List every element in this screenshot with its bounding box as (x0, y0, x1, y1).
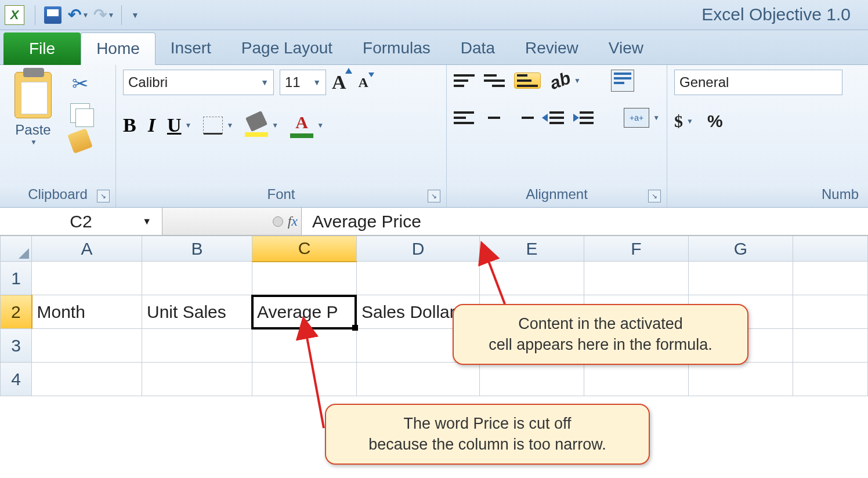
merge-center-button[interactable]: +a+ ▼ (624, 108, 660, 128)
orientation-button[interactable]: ab ▼ (550, 71, 581, 90)
dialog-launcher-icon[interactable]: ↘ (97, 190, 110, 202)
column-header-C[interactable]: C (252, 236, 357, 262)
cell-C2[interactable]: Average P (252, 295, 357, 329)
column-header-extra[interactable] (793, 236, 868, 262)
chevron-down-icon: ▼ (142, 216, 151, 227)
cell-G4[interactable] (689, 363, 793, 396)
ribbon: Paste ▼ ✂ Clipboard ↘ Calibri▼ 11▼ (0, 65, 868, 208)
chevron-down-icon[interactable]: ▼ (30, 138, 37, 146)
tab-view[interactable]: View (594, 32, 659, 64)
name-box[interactable]: C2 ▼ (0, 208, 162, 235)
merge-icon: +a+ (624, 108, 649, 128)
font-name-value: Calibri (128, 74, 168, 90)
chevron-down-icon: ▼ (226, 121, 233, 129)
grow-font-button[interactable]: A (332, 71, 346, 93)
font-color-icon: A (295, 113, 308, 132)
align-top-button[interactable] (454, 74, 475, 87)
chevron-down-icon: ▼ (131, 10, 139, 20)
insert-function-button[interactable]: fx (162, 208, 302, 235)
align-center-button[interactable] (483, 109, 504, 126)
fill-color-button[interactable]: ▼ (245, 114, 279, 137)
select-all-button[interactable] (1, 236, 32, 262)
group-label-text: Clipboard (28, 186, 88, 202)
increase-indent-button[interactable] (573, 109, 594, 126)
tab-file[interactable]: File (3, 32, 81, 65)
paste-icon[interactable] (15, 72, 52, 118)
copy-icon[interactable] (70, 103, 90, 123)
italic-button[interactable]: I (148, 114, 155, 136)
cell-A4[interactable] (32, 363, 142, 396)
cell-E4[interactable] (480, 363, 584, 396)
decrease-indent-button[interactable] (543, 109, 563, 126)
font-name-combo[interactable]: Calibri▼ (123, 70, 274, 95)
cell-G1[interactable] (689, 262, 793, 295)
undo-button[interactable]: ↶▼ (66, 3, 91, 27)
format-painter-icon[interactable] (67, 128, 93, 154)
cell-E1[interactable] (480, 262, 584, 295)
underline-icon: U (167, 114, 182, 136)
column-header-F[interactable]: F (584, 236, 689, 262)
align-left-button[interactable] (454, 109, 474, 126)
row-header-3[interactable]: 3 (1, 329, 32, 363)
percent-format-button[interactable]: % (707, 111, 723, 131)
group-label-clipboard: Clipboard ↘ (7, 184, 108, 205)
cell-B2[interactable]: Unit Sales (142, 295, 252, 329)
accounting-format-button[interactable]: $ ▼ (674, 111, 693, 131)
align-bottom-button[interactable] (514, 73, 541, 89)
tab-page-layout[interactable]: Page Layout (226, 32, 348, 64)
save-icon (44, 6, 62, 24)
cell-B4[interactable] (142, 363, 252, 396)
dialog-launcher-icon[interactable]: ↘ (648, 190, 661, 202)
tab-review[interactable]: Review (510, 32, 594, 64)
tab-home[interactable]: Home (81, 32, 155, 65)
cell-C3[interactable] (252, 329, 357, 363)
font-color-button[interactable]: A ▼ (290, 113, 324, 138)
align-middle-button[interactable] (484, 74, 505, 87)
tab-insert[interactable]: Insert (155, 32, 226, 64)
column-header-A[interactable]: A (32, 236, 142, 262)
underline-button[interactable]: U ▼ (167, 114, 191, 136)
row-header-2[interactable]: 2 (1, 295, 32, 329)
tab-data[interactable]: Data (446, 32, 510, 64)
cell-extra-1[interactable] (793, 262, 868, 295)
group-label-alignment: Alignment ↘ (454, 184, 660, 205)
cell-C4[interactable] (252, 363, 357, 396)
bold-button[interactable]: B (123, 114, 136, 136)
cell-A3[interactable] (32, 329, 142, 363)
column-header-G[interactable]: G (689, 236, 793, 262)
cell-extra-4[interactable] (793, 363, 868, 396)
cell-extra-2[interactable] (793, 295, 868, 329)
row-header-4[interactable]: 4 (1, 363, 32, 396)
column-header-D[interactable]: D (357, 236, 480, 262)
cut-icon[interactable]: ✂ (72, 72, 88, 95)
customize-qat-button[interactable]: ▼ (126, 3, 143, 27)
cell-A1[interactable] (32, 262, 142, 295)
font-size-combo[interactable]: 11▼ (280, 70, 326, 95)
cell-D4[interactable] (357, 363, 480, 396)
cell-F4[interactable] (584, 363, 689, 396)
shrink-font-button[interactable]: A (358, 75, 368, 90)
group-label-text: Numb (822, 186, 859, 202)
cell-D1[interactable] (357, 262, 480, 295)
wrap-text-button[interactable] (611, 70, 634, 92)
cell-A2[interactable]: Month (32, 295, 142, 329)
cell-C1[interactable] (252, 262, 357, 295)
ribbon-tabs: File Home Insert Page Layout Formulas Da… (0, 30, 868, 65)
cell-B3[interactable] (142, 329, 252, 363)
column-header-B[interactable]: B (142, 236, 252, 262)
dialog-launcher-icon[interactable]: ↘ (428, 190, 440, 202)
cell-extra-3[interactable] (793, 329, 868, 363)
fill-color-bar (245, 132, 268, 137)
borders-button[interactable]: ▼ (203, 117, 233, 134)
cancel-icon (273, 216, 283, 227)
redo-button[interactable]: ↷▼ (91, 3, 117, 27)
tab-formulas[interactable]: Formulas (348, 32, 446, 64)
cell-F1[interactable] (584, 262, 689, 295)
align-right-button[interactable] (513, 109, 534, 126)
save-button[interactable] (40, 3, 66, 27)
row-header-1[interactable]: 1 (1, 262, 32, 295)
cell-B1[interactable] (142, 262, 252, 295)
column-header-E[interactable]: E (480, 236, 584, 262)
formula-input[interactable]: Average Price (302, 212, 868, 231)
number-format-combo[interactable]: General (674, 70, 842, 95)
